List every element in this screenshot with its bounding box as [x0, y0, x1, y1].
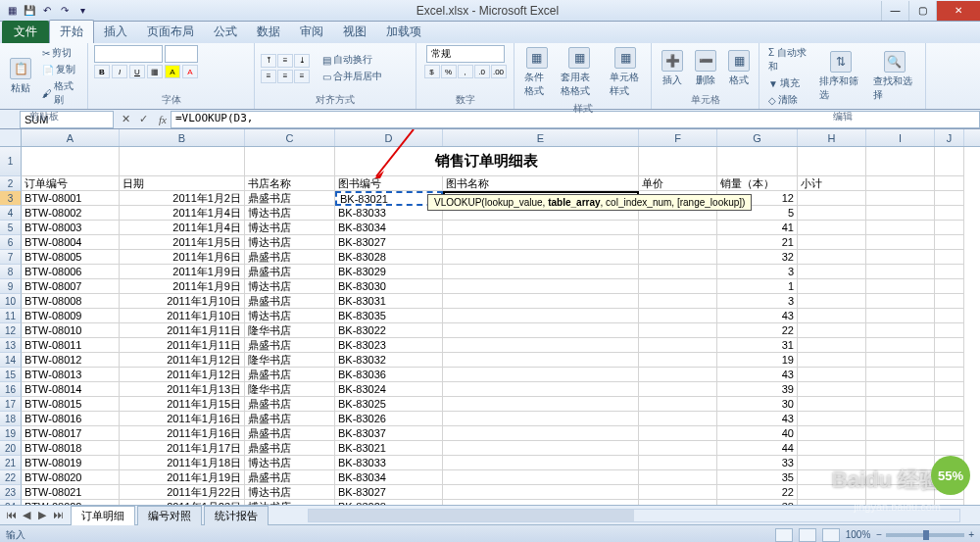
cell-f14[interactable] [639, 353, 717, 368]
row-18[interactable]: 18 [0, 412, 22, 426]
cell-a17[interactable]: BTW-08015 [22, 397, 120, 412]
col-B[interactable]: B [120, 129, 245, 146]
cell-a10[interactable]: BTW-08008 [22, 294, 120, 309]
cell-j12[interactable] [935, 323, 964, 338]
cell-h4[interactable] [798, 206, 866, 221]
cell-e15[interactable] [443, 368, 639, 382]
font-size-select[interactable] [165, 45, 198, 63]
qat-dropdown-icon[interactable]: ▾ [74, 3, 90, 19]
row-20[interactable]: 20 [0, 441, 22, 456]
cell-d10[interactable]: BK-83031 [335, 294, 443, 309]
tab-view[interactable]: 视图 [333, 21, 376, 43]
row-3[interactable]: 3 [0, 191, 22, 206]
delete-cells-button[interactable]: ➖删除 [691, 48, 720, 89]
cell-d14[interactable]: BK-83032 [335, 353, 443, 368]
cell-a6[interactable]: BTW-08004 [22, 235, 120, 250]
cell-j16[interactable] [935, 382, 964, 397]
cell-e19[interactable] [443, 426, 639, 441]
cell-i10[interactable] [866, 294, 935, 309]
table-format-button[interactable]: ▦套用表格格式 [557, 45, 602, 100]
cell-c9[interactable]: 博达书店 [245, 279, 335, 294]
hdr-bookname[interactable]: 图书名称 [443, 176, 639, 191]
align-right-icon[interactable]: ≡ [294, 70, 310, 83]
cell-h18[interactable] [798, 412, 866, 426]
percent-icon[interactable]: % [441, 65, 457, 78]
cell-i20[interactable] [866, 441, 935, 456]
cell-h24[interactable] [798, 500, 866, 505]
col-A[interactable]: A [22, 129, 120, 146]
cell-b6[interactable]: 2011年1月5日 [120, 235, 245, 250]
cell-i9[interactable] [866, 279, 935, 294]
cell-b15[interactable]: 2011年1月12日 [120, 368, 245, 382]
cell-i18[interactable] [866, 412, 935, 426]
font-family-select[interactable] [94, 45, 163, 63]
cell-b9[interactable]: 2011年1月9日 [120, 279, 245, 294]
cell-b22[interactable]: 2011年1月19日 [120, 470, 245, 485]
cell-i19[interactable] [866, 426, 935, 441]
cell-d11[interactable]: BK-83035 [335, 309, 443, 323]
border-button[interactable]: ▦ [147, 65, 163, 78]
cell-e24[interactable] [443, 500, 639, 505]
cell-e20[interactable] [443, 441, 639, 456]
row-21[interactable]: 21 [0, 456, 22, 470]
cell-j11[interactable] [935, 309, 964, 323]
cell-f20[interactable] [639, 441, 717, 456]
cell-b17[interactable]: 2011年1月15日 [120, 397, 245, 412]
col-D[interactable]: D [335, 129, 443, 146]
hdr-subtotal[interactable]: 小计 [798, 176, 866, 191]
cell-e21[interactable] [443, 456, 639, 470]
cell-c10[interactable]: 鼎盛书店 [245, 294, 335, 309]
row-24[interactable]: 24 [0, 500, 22, 505]
cell-a24[interactable]: BTW-08022 [22, 500, 120, 505]
enter-formula-icon[interactable]: ✓ [135, 112, 151, 127]
cell-h9[interactable] [798, 279, 866, 294]
hdr-order[interactable]: 订单编号 [22, 176, 120, 191]
cell-e17[interactable] [443, 397, 639, 412]
cell-i6[interactable] [866, 235, 935, 250]
cell-i3[interactable] [866, 191, 935, 206]
fx-icon[interactable]: fx [155, 114, 171, 125]
row-5[interactable]: 5 [0, 221, 22, 235]
cell-h11[interactable] [798, 309, 866, 323]
sheet-tab-3[interactable]: 统计报告 [204, 506, 269, 525]
align-mid-icon[interactable]: ≡ [277, 54, 293, 68]
row-9[interactable]: 9 [0, 279, 22, 294]
cell-e7[interactable] [443, 250, 639, 265]
cell-b11[interactable]: 2011年1月10日 [120, 309, 245, 323]
cell-i24[interactable] [866, 500, 935, 505]
first-sheet-icon[interactable]: ⏮ [4, 509, 18, 521]
cell-h22[interactable] [798, 470, 866, 485]
cell-b10[interactable]: 2011年1月10日 [120, 294, 245, 309]
row-6[interactable]: 6 [0, 235, 22, 250]
cell-i17[interactable] [866, 397, 935, 412]
cell-d17[interactable]: BK-83025 [335, 397, 443, 412]
cell-d8[interactable]: BK-83029 [335, 265, 443, 279]
cell-e8[interactable] [443, 265, 639, 279]
cell-j7[interactable] [935, 250, 964, 265]
cell-a5[interactable]: BTW-08003 [22, 221, 120, 235]
cell-a13[interactable]: BTW-08011 [22, 338, 120, 353]
fill-color-button[interactable]: A [165, 65, 180, 78]
cell-i11[interactable] [866, 309, 935, 323]
format-cells-button[interactable]: ▦格式 [724, 48, 754, 89]
cell-b13[interactable]: 2011年1月11日 [120, 338, 245, 353]
cell-h3[interactable] [798, 191, 866, 206]
horizontal-scrollbar[interactable] [308, 509, 960, 522]
cell-d23[interactable]: BK-83027 [335, 485, 443, 500]
cell-g21[interactable]: 33 [717, 456, 798, 470]
row-8[interactable]: 8 [0, 265, 22, 279]
hdr-qty[interactable]: 销量（本） [717, 176, 798, 191]
cell-j9[interactable] [935, 279, 964, 294]
cell-g14[interactable]: 19 [717, 353, 798, 368]
cell-a19[interactable]: BTW-08017 [22, 426, 120, 441]
cell-e13[interactable] [443, 338, 639, 353]
cell-h16[interactable] [798, 382, 866, 397]
align-bot-icon[interactable]: ⤓ [294, 54, 310, 68]
row-14[interactable]: 14 [0, 353, 22, 368]
align-left-icon[interactable]: ≡ [261, 70, 276, 83]
cell-c21[interactable]: 博达书店 [245, 456, 335, 470]
cell-j20[interactable] [935, 441, 964, 456]
cond-format-button[interactable]: ▦条件格式 [520, 45, 553, 100]
cell-c12[interactable]: 隆华书店 [245, 323, 335, 338]
cell-b4[interactable]: 2011年1月4日 [120, 206, 245, 221]
